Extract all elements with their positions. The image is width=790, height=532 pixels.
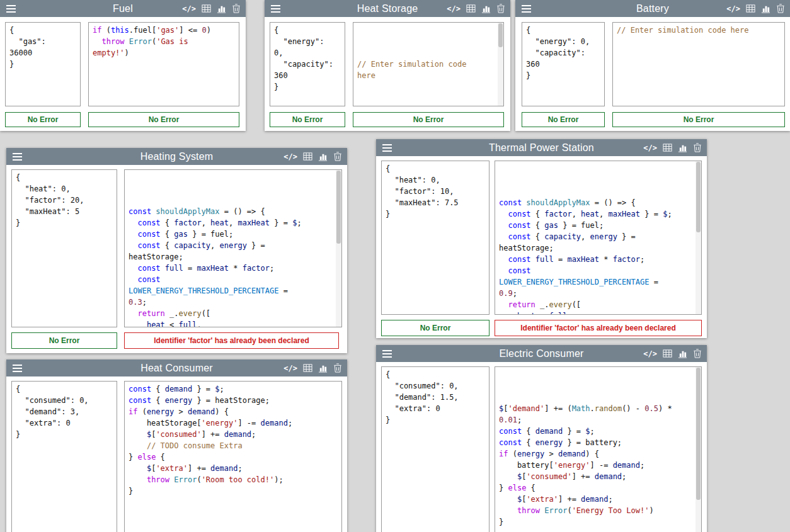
code-editor[interactable]: // Enter simulation code here xyxy=(612,22,785,106)
status-left: No Error xyxy=(11,332,117,349)
scrollbar[interactable] xyxy=(336,170,341,327)
table-icon[interactable] xyxy=(303,152,312,161)
panel-header: Battery </> xyxy=(515,0,790,17)
status-left: No Error xyxy=(522,112,605,127)
menu-icon[interactable] xyxy=(6,3,16,14)
code-view-icon[interactable]: </> xyxy=(283,152,297,161)
chart-icon[interactable] xyxy=(318,152,328,161)
code-view-icon[interactable]: </> xyxy=(643,349,657,358)
state-editor[interactable]: { "consumed": 0, "demand": 1.5, "extra":… xyxy=(381,366,489,532)
chart-icon[interactable] xyxy=(678,349,687,358)
panel-heat-consumer: Heat Consumer </> { "consumed": 0, "dema… xyxy=(6,359,347,532)
trash-icon[interactable] xyxy=(333,152,342,161)
panel-header: Heating System </> xyxy=(6,148,347,165)
table-icon[interactable] xyxy=(202,4,211,13)
state-editor[interactable]: { "heat": 0, "factor": 20, "maxHeat": 5} xyxy=(11,169,117,327)
menu-icon[interactable] xyxy=(382,142,392,154)
state-editor[interactable]: { "energy":0, "capacity":360} xyxy=(270,22,345,106)
code-view-icon[interactable]: </> xyxy=(283,364,297,373)
trash-icon[interactable] xyxy=(232,4,241,13)
status-right: No Error xyxy=(88,112,239,127)
chart-icon[interactable] xyxy=(678,143,687,152)
table-icon[interactable] xyxy=(466,4,476,13)
status-left: No Error xyxy=(5,112,81,127)
panel-header: Heat Storage </> xyxy=(265,0,510,17)
state-editor[interactable]: { "consumed": 0, "demand": 3, "extra": 0… xyxy=(11,381,117,532)
trash-icon[interactable] xyxy=(693,349,702,358)
status-left: No Error xyxy=(270,112,345,127)
code-editor[interactable]: const shouldApplyMax = () => { const { f… xyxy=(495,161,702,315)
code-editor[interactable]: const shouldApplyMax = () => { const { f… xyxy=(124,169,342,327)
state-editor[interactable]: { "energy": 0, "capacity":360} xyxy=(522,22,605,106)
code-view-icon[interactable]: </> xyxy=(643,144,657,152)
panel-header: Fuel </> xyxy=(0,0,246,17)
state-editor[interactable]: { "gas":36000} xyxy=(5,22,81,106)
panel-heating-system: Heating System </> { "heat": 0, "factor"… xyxy=(6,148,347,353)
panel-heat-storage: Heat Storage </> { "energy":0, "capacity… xyxy=(265,0,510,131)
chart-icon[interactable] xyxy=(761,4,770,13)
panel-electric-consumer: Electric Consumer </> { "consumed": 0, "… xyxy=(376,345,707,532)
menu-icon[interactable] xyxy=(13,151,22,162)
table-icon[interactable] xyxy=(663,349,672,358)
trash-icon[interactable] xyxy=(776,4,785,13)
status-left: No Error xyxy=(381,320,489,336)
status-right: Identifier 'factor' has already been dec… xyxy=(124,332,339,349)
table-icon[interactable] xyxy=(303,363,312,373)
status-right: No Error xyxy=(353,112,504,127)
menu-icon[interactable] xyxy=(13,363,22,374)
state-editor[interactable]: { "heat": 0, "factor": 10, "maxHeat": 7.… xyxy=(381,161,489,315)
chart-icon[interactable] xyxy=(481,4,491,13)
chart-icon[interactable] xyxy=(318,363,328,373)
code-view-icon[interactable]: </> xyxy=(726,4,740,13)
scrollbar[interactable] xyxy=(696,367,701,532)
code-editor[interactable]: const { demand } = $;const { energy } = … xyxy=(124,381,342,532)
panel-header: Thermal Power Station </> xyxy=(376,139,707,156)
code-view-icon[interactable]: </> xyxy=(182,4,196,13)
panel-fuel: Fuel </> { "gas":36000} if (this.fuel['g… xyxy=(0,0,246,131)
scrollbar[interactable] xyxy=(696,161,701,314)
code-editor[interactable]: // Enter simulation codehere xyxy=(353,22,504,106)
panel-header: Heat Consumer </> xyxy=(6,359,347,376)
table-icon[interactable] xyxy=(746,4,755,13)
trash-icon[interactable] xyxy=(496,4,505,13)
simulation-board: Fuel </> { "gas":36000} if (this.fuel['g… xyxy=(0,0,790,532)
panel-battery: Battery </> { "energy": 0, "capacity":36… xyxy=(515,0,790,131)
menu-icon[interactable] xyxy=(271,3,280,14)
code-editor[interactable]: if (this.fuel['gas'] <= 0) throw Error('… xyxy=(88,22,239,106)
panel-header: Electric Consumer </> xyxy=(376,345,707,362)
status-right: Identifier 'factor' has already been dec… xyxy=(495,320,702,336)
status-right: No Error xyxy=(612,112,785,127)
code-editor[interactable]: $['demand'] += (Math.random() - 0.5) *0.… xyxy=(495,366,702,532)
code-view-icon[interactable]: </> xyxy=(447,4,461,13)
trash-icon[interactable] xyxy=(693,143,702,152)
trash-icon[interactable] xyxy=(333,363,342,373)
chart-icon[interactable] xyxy=(217,4,226,13)
table-icon[interactable] xyxy=(663,143,672,152)
panel-thermal-power-station: Thermal Power Station </> { "heat": 0, "… xyxy=(376,139,707,338)
menu-icon[interactable] xyxy=(522,3,531,14)
scrollbar[interactable] xyxy=(498,23,503,106)
menu-icon[interactable] xyxy=(382,348,392,359)
